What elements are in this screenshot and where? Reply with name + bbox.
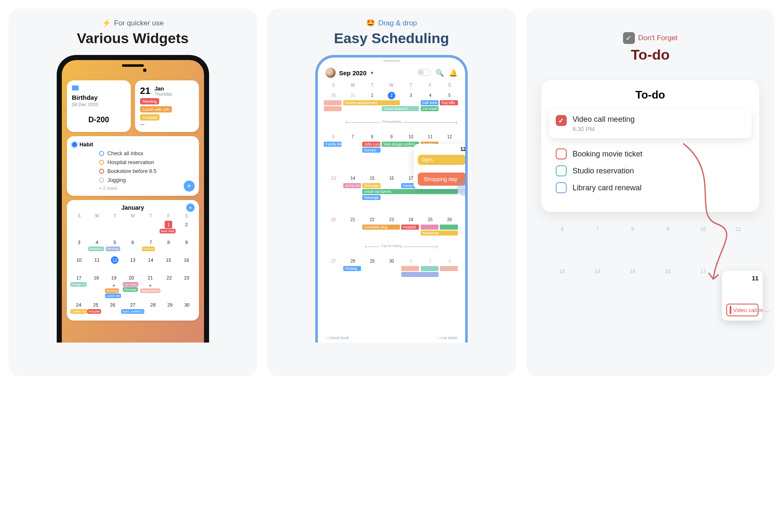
- event-bar[interactable]: [421, 266, 439, 271]
- event-bar[interactable]: [324, 100, 342, 105]
- drag-event-gym[interactable]: Gym: [418, 155, 466, 165]
- calendar-cell[interactable]: 3: [70, 239, 88, 246]
- day-cell[interactable]: 28: [343, 258, 363, 295]
- calendar-cell[interactable]: 4Research: [88, 239, 106, 252]
- event-bar[interactable]: Survey!: [362, 148, 380, 153]
- calendar-cell[interactable]: 11: [88, 256, 106, 264]
- habit-item[interactable]: Jogging: [99, 177, 194, 183]
- event-bar[interactable]: Trend research: [382, 106, 419, 111]
- habit-item[interactable]: Check all inbox: [99, 151, 194, 156]
- day-cell[interactable]: 3: [440, 258, 459, 295]
- day-cell[interactable]: 27: [324, 258, 343, 295]
- calendar-cell[interactable]: 6: [124, 239, 142, 246]
- drag-event-card[interactable]: 12 Gym Shopping day: [414, 144, 468, 189]
- event-bar[interactable]: Complete blog: [362, 225, 400, 230]
- day-cell[interactable]: 29: [362, 258, 382, 295]
- day-cell[interactable]: 13: [324, 175, 343, 212]
- search-icon[interactable]: 🔍: [436, 69, 444, 77]
- widget-day[interactable]: 21 Jan Thursday Meeting Lunch with Joh H…: [135, 80, 199, 132]
- event-bar[interactable]: Massage: [362, 183, 380, 188]
- calendar-cell[interactable]: 7Survey!: [142, 239, 160, 252]
- calendar-cell[interactable]: 25Hospital: [87, 301, 104, 314]
- habit-item[interactable]: Bookstore before 8.5: [99, 168, 194, 174]
- calendar-cell[interactable]: [70, 221, 88, 229]
- calendar-cell[interactable]: 20Car washMassage: [123, 274, 140, 292]
- calendar-cell[interactable]: [124, 221, 142, 229]
- event-bar[interactable]: Massage: [362, 195, 380, 200]
- todo-chip[interactable]: Video call m …: [726, 304, 758, 316]
- calendar-cell[interactable]: 26: [104, 301, 121, 309]
- event-bar[interactable]: Call John: [421, 100, 439, 105]
- calendar-cell[interactable]: [106, 221, 124, 229]
- calendar-cell[interactable]: [88, 221, 106, 229]
- day-cell[interactable]: 9: [382, 133, 401, 170]
- day-cell[interactable]: 30: [382, 258, 401, 295]
- calendar-cell[interactable]: 10: [70, 256, 88, 264]
- checkbox-icon[interactable]: [556, 165, 567, 176]
- day-cell[interactable]: 14: [343, 175, 363, 212]
- calendar-cell[interactable]: 12: [106, 256, 124, 264]
- calendar-cell[interactable]: 2: [177, 221, 195, 228]
- event-bar[interactable]: Car wash: [421, 106, 439, 111]
- event-bar[interactable]: [421, 225, 439, 230]
- calendar-cell[interactable]: 17Design UI: [70, 274, 88, 287]
- calendar-cell[interactable]: 9: [177, 239, 195, 246]
- calendar-cell[interactable]: 18: [88, 274, 105, 282]
- todo-item[interactable]: Studio reservation: [556, 165, 745, 176]
- event-bar[interactable]: Family dinn: [324, 142, 342, 147]
- month-picker[interactable]: Sep 2020: [339, 69, 367, 77]
- calendar-cell[interactable]: 27Gym, routine 1: [121, 301, 144, 314]
- avatar[interactable]: [325, 68, 336, 78]
- calendar-cell[interactable]: 8: [160, 239, 177, 246]
- todo-item[interactable]: Library card renewal: [556, 182, 745, 193]
- calendar-cell[interactable]: 14: [142, 256, 160, 264]
- event-bar[interactable]: Workshop: [421, 230, 458, 236]
- calendar-cell[interactable]: 28: [144, 301, 161, 309]
- bell-icon[interactable]: 🔔: [449, 69, 458, 77]
- event-bar[interactable]: [401, 266, 419, 271]
- widget-birthday[interactable]: Birthday 04 Dec 2020 D-200: [67, 80, 131, 132]
- calendar-cell[interactable]: 23: [178, 274, 195, 282]
- habit-item[interactable]: Hospital reservation: [99, 159, 194, 165]
- calendar-cell[interactable]: 16: [177, 256, 195, 264]
- calendar-cell[interactable]: 13: [124, 256, 142, 264]
- day-cell[interactable]: 21: [343, 216, 363, 253]
- todo-item[interactable]: Booking movie ticket: [556, 148, 745, 159]
- calendar-cell[interactable]: 15: [160, 256, 177, 264]
- checkbox-checked-icon[interactable]: [556, 115, 567, 126]
- event-bar[interactable]: [440, 266, 458, 271]
- event-bar[interactable]: Hospital: [401, 225, 419, 230]
- calendar-cell[interactable]: 30: [179, 301, 196, 309]
- add-button[interactable]: +: [186, 203, 195, 212]
- chevron-down-icon[interactable]: ▼: [370, 71, 374, 75]
- event-bar[interactable]: Web design confirm: [382, 142, 419, 147]
- calendar-cell[interactable]: 22: [160, 274, 178, 282]
- day-cell[interactable]: 20: [324, 216, 343, 253]
- day-cell[interactable]: 7: [343, 133, 363, 170]
- event-bar[interactable]: Pay bills: [440, 100, 458, 105]
- event-bar[interactable]: [401, 272, 438, 277]
- day-cell[interactable]: 6: [324, 133, 343, 170]
- add-button[interactable]: +: [184, 181, 195, 192]
- event-bar[interactable]: [324, 106, 342, 111]
- widget-habit[interactable]: Habit Check all inboxHospital reservatio…: [67, 136, 199, 196]
- calendar-cell[interactable]: 5Birthday: [106, 239, 124, 252]
- event-bar[interactable]: Printing: [343, 266, 361, 271]
- calendar-cell[interactable]: 29: [162, 301, 179, 309]
- event-bar[interactable]: [440, 225, 458, 230]
- checkbox-icon[interactable]: [556, 148, 567, 159]
- event-bar[interactable]: Jenny birt: [343, 183, 361, 188]
- widget-calendar[interactable]: + January SMTWTFS 1New Year234Research5B…: [67, 200, 199, 321]
- toggle-switch[interactable]: [418, 69, 430, 76]
- calendar-cell[interactable]: 19 +MeetingLunch wit: [105, 274, 122, 299]
- calendar-cell[interactable]: 24Coffee ma: [70, 301, 87, 314]
- checkbox-icon[interactable]: [556, 182, 567, 193]
- mini-day-card[interactable]: 11 Video call m …: [722, 271, 763, 321]
- event-bar[interactable]: Install wordpress: [362, 189, 458, 194]
- event-bar[interactable]: John Lunch: [362, 142, 380, 147]
- event-bar[interactable]: Dentist appointment: [343, 100, 400, 105]
- calendar-cell[interactable]: [142, 221, 160, 229]
- todo-highlighted-item[interactable]: Video call meeting 6:30 PM: [549, 109, 752, 138]
- calendar-cell[interactable]: 21 +Appointment: [140, 274, 160, 293]
- calendar-cell[interactable]: 1New Year: [160, 221, 177, 234]
